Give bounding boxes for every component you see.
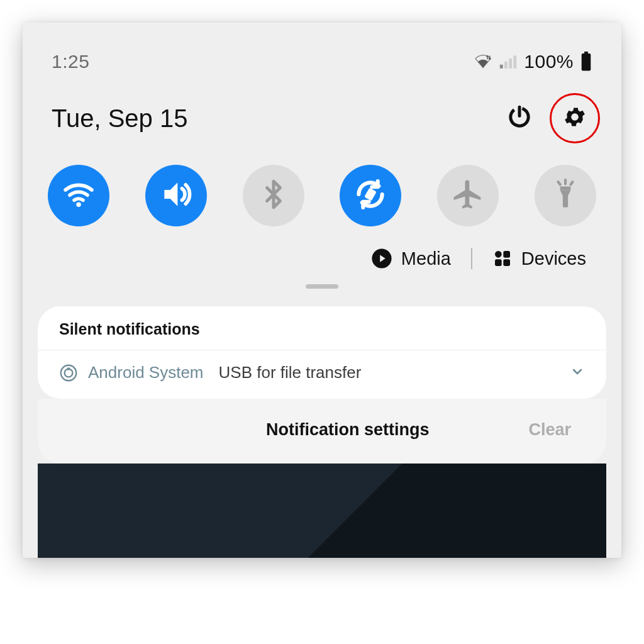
clear-button[interactable]: Clear xyxy=(528,420,571,440)
grid-icon xyxy=(492,248,513,269)
wallpaper-peek xyxy=(38,464,606,558)
panel-drag-handle[interactable] xyxy=(306,284,338,289)
toggle-sound[interactable] xyxy=(145,165,207,226)
notification-card: Silent notifications Android System USB … xyxy=(38,306,606,399)
battery-icon xyxy=(580,52,592,72)
toggle-autorotate[interactable] xyxy=(340,165,401,226)
svg-line-13 xyxy=(570,182,572,184)
notification-item[interactable]: Android System USB for file transfer xyxy=(38,350,606,399)
svg-point-21 xyxy=(67,367,70,370)
svg-rect-5 xyxy=(582,53,591,71)
svg-rect-0 xyxy=(500,65,503,69)
notification-settings-link[interactable]: Notification settings xyxy=(266,420,430,440)
svg-rect-9 xyxy=(365,187,377,201)
play-circle-icon xyxy=(371,248,392,269)
svg-rect-17 xyxy=(495,259,502,266)
notification-panel: 1:25 100% xyxy=(23,23,621,558)
quick-toggles xyxy=(23,143,621,226)
airplane-icon xyxy=(451,177,485,214)
cellular-signal-icon xyxy=(499,54,518,69)
header-actions xyxy=(503,93,600,143)
divider xyxy=(471,248,472,269)
status-indicators: 100% xyxy=(474,51,592,72)
wifi-activity-icon xyxy=(474,54,492,69)
toggle-bluetooth[interactable] xyxy=(243,165,304,226)
svg-point-8 xyxy=(76,203,80,207)
date-label[interactable]: Tue, Sep 15 xyxy=(52,104,187,133)
settings-highlight xyxy=(550,93,600,143)
svg-rect-3 xyxy=(514,55,517,68)
chevron-down-icon[interactable] xyxy=(570,364,585,382)
toggle-airplane[interactable] xyxy=(437,165,499,226)
gear-icon xyxy=(562,104,587,132)
media-label: Media xyxy=(401,248,451,269)
devices-label: Devices xyxy=(521,248,586,269)
notification-app-name: Android System xyxy=(88,363,204,382)
android-system-icon xyxy=(59,364,78,382)
volume-icon xyxy=(158,177,194,214)
svg-rect-10 xyxy=(560,187,571,191)
notification-title: USB for file transfer xyxy=(219,363,362,382)
svg-rect-2 xyxy=(509,58,512,69)
wifi-icon xyxy=(61,177,96,214)
svg-rect-1 xyxy=(504,62,508,69)
svg-rect-18 xyxy=(503,259,510,266)
svg-rect-16 xyxy=(503,251,510,258)
header-row: Tue, Sep 15 xyxy=(23,77,621,143)
panel-footer: Notification settings Clear xyxy=(38,399,606,464)
flashlight-icon xyxy=(550,179,581,213)
svg-rect-4 xyxy=(584,52,588,53)
rotate-icon xyxy=(353,177,388,214)
media-shortcut[interactable]: Media xyxy=(371,248,451,269)
devices-shortcut[interactable]: Devices xyxy=(492,248,586,269)
power-icon xyxy=(507,104,532,132)
svg-line-12 xyxy=(558,182,560,184)
notification-section-title: Silent notifications xyxy=(38,306,606,350)
bluetooth-icon xyxy=(258,179,289,213)
status-bar: 1:25 100% xyxy=(23,23,621,77)
settings-button[interactable] xyxy=(558,102,591,135)
shortcut-row: Media Devices xyxy=(23,226,621,275)
toggle-flashlight[interactable] xyxy=(535,165,596,226)
power-button[interactable] xyxy=(503,102,536,135)
battery-percentage: 100% xyxy=(524,51,574,72)
status-time: 1:25 xyxy=(52,51,89,72)
toggle-wifi[interactable] xyxy=(48,165,109,226)
svg-point-15 xyxy=(495,251,502,258)
